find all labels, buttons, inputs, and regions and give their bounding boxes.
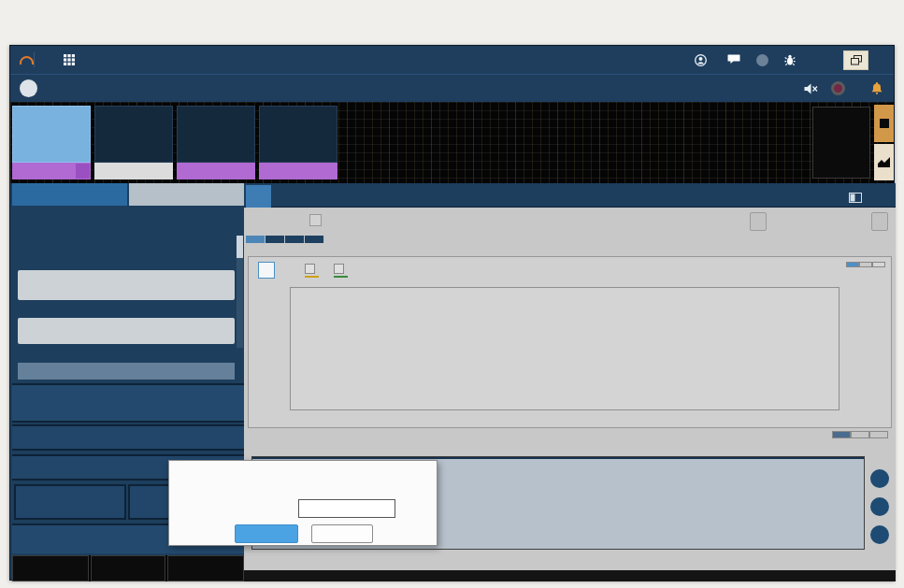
os-status-bar [0, 0, 904, 26]
breadcrumb [10, 74, 894, 102]
user-icon [695, 54, 707, 66]
step-card-3-body[interactable] [177, 106, 255, 163]
mute-speaker-icon[interactable] [804, 83, 818, 94]
bug-icon[interactable] [784, 54, 796, 66]
solid-view-button[interactable] [874, 105, 894, 142]
range-button-group [846, 262, 885, 267]
scrollbar-thumb[interactable] [237, 236, 243, 258]
step-card-4-body[interactable] [259, 106, 337, 163]
pressure-chart-panel [248, 256, 892, 428]
tab-summary[interactable] [265, 236, 285, 243]
zoom-in-button[interactable] [870, 497, 889, 516]
roc-baseline [252, 457, 864, 459]
maximize-restore-button[interactable] [843, 50, 868, 70]
left-panel-scrollbar[interactable] [237, 236, 243, 348]
roc-button-group [832, 431, 888, 438]
step-target-dropdown[interactable] [76, 164, 90, 179]
dialog-cancel-button[interactable] [311, 524, 373, 543]
step-card-1[interactable] [12, 106, 91, 179]
reset-zoom-button[interactable] [870, 469, 889, 488]
divider [34, 52, 35, 67]
tab-next-step[interactable] [129, 183, 244, 206]
step-card-3[interactable] [177, 106, 255, 179]
connection-status-icon [831, 81, 845, 95]
layout-window-icon[interactable] [849, 190, 862, 207]
add-step-button[interactable] [812, 107, 870, 179]
rate-series-toggle[interactable] [305, 264, 319, 278]
hp-roc-button[interactable] [851, 431, 869, 438]
stop-button[interactable] [167, 555, 244, 581]
step-target-selector[interactable] [259, 163, 337, 179]
tab-comments[interactable] [285, 236, 305, 243]
volume-series-toggle[interactable] [334, 264, 348, 278]
promote-to-benchmark-button[interactable] [871, 212, 888, 231]
validation-status [18, 363, 235, 380]
rate-checkbox[interactable] [305, 264, 315, 274]
back-button[interactable] [20, 79, 37, 97]
lp-roc-button[interactable] [832, 431, 851, 438]
square-icon [880, 119, 889, 128]
step-card-1-body[interactable] [12, 106, 91, 163]
chart-options-dropdown[interactable] [258, 262, 275, 279]
roc-x-axis-labels [251, 552, 865, 566]
apps-grid-icon[interactable] [64, 54, 75, 65]
volume-checkbox[interactable] [334, 264, 344, 274]
rate-box [14, 484, 126, 520]
detail-tabs [246, 236, 324, 243]
begin-analysis-button[interactable] [91, 555, 165, 581]
tclb-button[interactable] [869, 431, 888, 438]
comments-input[interactable] [18, 270, 235, 300]
step-card-4[interactable] [259, 106, 337, 179]
step-tabs [12, 183, 244, 206]
tab-charts[interactable] [246, 236, 265, 243]
test-action-buttons [12, 555, 244, 581]
screen [0, 0, 904, 26]
manually-fail-button[interactable] [750, 212, 767, 231]
restore-icon [851, 55, 862, 65]
help-icon[interactable] [756, 54, 768, 66]
tab-current-step[interactable] [12, 183, 127, 206]
app-window [9, 45, 895, 581]
steps-timeline [10, 102, 894, 183]
x-axis-labels [291, 409, 839, 424]
step-target-selector[interactable] [94, 163, 173, 179]
chart-view-button[interactable] [874, 144, 894, 180]
zoom-out-button[interactable] [870, 525, 889, 544]
series-controls [249, 257, 891, 283]
step-card-2[interactable] [94, 106, 173, 179]
attempt-bar [244, 183, 896, 208]
alerts-bell-icon[interactable] [871, 82, 882, 94]
step-target-selector[interactable] [12, 163, 91, 179]
range-full-button[interactable] [872, 262, 885, 267]
dialog-stop-button[interactable] [235, 524, 298, 543]
compare-checkbox[interactable] [309, 214, 322, 226]
pressure-chart-plot[interactable] [290, 287, 839, 410]
range-lp-button[interactable] [846, 262, 859, 267]
attempt-tab[interactable] [246, 185, 271, 208]
stop-test-dialog [168, 460, 438, 546]
titlebar [10, 46, 894, 74]
area-chart-icon [878, 157, 890, 167]
rate-of-change-bar [12, 424, 244, 451]
pause-button[interactable] [12, 555, 89, 581]
range-hp-button[interactable] [859, 262, 872, 267]
elapsed-time-section [12, 383, 244, 423]
enter-name-input[interactable] [298, 499, 395, 518]
step-card-2-body[interactable] [94, 106, 173, 163]
chat-icon[interactable] [727, 54, 740, 65]
step-target-selector[interactable] [177, 163, 255, 179]
actions-taken-input[interactable] [18, 318, 235, 344]
user-menu[interactable] [695, 54, 711, 66]
tab-serialized-components[interactable] [305, 236, 324, 243]
